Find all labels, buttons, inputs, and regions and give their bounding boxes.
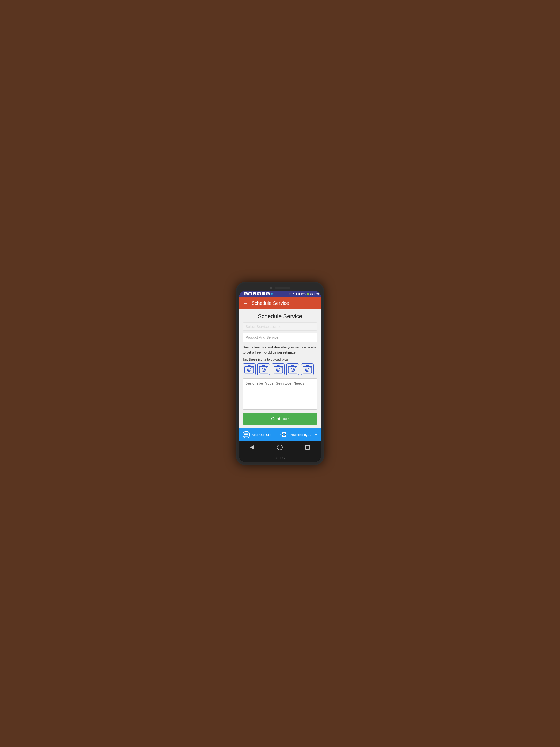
calendar-icon-31: 31	[244, 292, 247, 295]
visit-site-label: Visit Our Site	[252, 433, 272, 437]
status-right: ⚡ ▼ ▐▐▐ 89% 🔋 3:14 PM	[289, 292, 319, 295]
nav-bar	[239, 441, 321, 454]
home-circle-icon	[277, 444, 283, 450]
gmail-icon: M	[253, 292, 257, 295]
calendar-icon-31b: 31	[248, 292, 252, 295]
svg-point-14	[292, 369, 293, 371]
page-title: Schedule Service	[243, 309, 317, 323]
upload-label: Tap these icons to upload pics	[243, 357, 317, 361]
location-field-partial[interactable]: Select Service Location	[243, 323, 317, 331]
status-icons-left: ··· 31 31 M M in 31 🐦	[241, 292, 273, 295]
svg-point-1	[247, 368, 251, 372]
phone-top-sensors	[239, 285, 321, 291]
twitter-icon: 🐦	[270, 292, 273, 295]
svg-point-13	[291, 368, 295, 372]
service-description-textarea[interactable]	[243, 379, 317, 410]
svg-rect-11	[281, 367, 282, 368]
dot-right: •	[287, 433, 288, 436]
site-menu-icon	[243, 431, 250, 438]
nav-recent-button[interactable]	[305, 445, 310, 450]
camera-upload-4[interactable]	[286, 363, 299, 375]
svg-rect-15	[295, 367, 296, 368]
camera-upload-5[interactable]	[301, 363, 314, 375]
svg-point-6	[263, 369, 264, 371]
footer-bar: Visit Our Site • Ai	[239, 428, 321, 441]
nav-back-button[interactable]	[250, 445, 254, 450]
camera-upload-1[interactable]	[243, 363, 256, 375]
svg-point-5	[262, 368, 265, 372]
product-service-field[interactable]: Product And Service	[243, 333, 317, 342]
phone-screen: ··· 31 31 M M in 31 🐦 ⚡ ▼ ▐▐▐ 89% 🔋 3:14…	[239, 291, 321, 462]
calendar-icon-31c: 31	[266, 292, 270, 295]
signal-icon: ▐▐▐	[295, 292, 300, 295]
back-button[interactable]: ←	[243, 300, 248, 306]
battery-percent: 89%	[301, 292, 306, 295]
svg-rect-21	[244, 434, 248, 435]
wifi-icon: ▼	[292, 292, 295, 295]
clock: 3:14 PM	[310, 292, 319, 295]
svg-point-17	[305, 368, 309, 372]
svg-point-2	[248, 369, 250, 371]
ai-logo: Ai	[282, 432, 287, 437]
continue-button[interactable]: Continue	[243, 413, 317, 424]
svg-rect-7	[266, 367, 267, 368]
gmail-icon2: M	[257, 292, 261, 295]
powered-by: • Ai • Powered by Ai-FM	[280, 432, 317, 437]
phone-device: ··· 31 31 M M in 31 🐦 ⚡ ▼ ▐▐▐ 89% 🔋 3:14…	[236, 282, 324, 465]
lg-logo: ⊕ LG	[274, 456, 286, 460]
front-camera	[270, 287, 272, 289]
nav-home-button[interactable]	[277, 444, 283, 450]
battery-icon: 🔋	[306, 292, 309, 295]
description-text: Snap a few pics and describe your servic…	[243, 345, 317, 355]
camera-upload-2[interactable]	[257, 363, 270, 375]
dot-left: •	[280, 433, 281, 436]
svg-point-18	[306, 369, 308, 371]
product-placeholder: Product And Service	[245, 335, 278, 339]
aifm-icon: • Ai •	[280, 432, 288, 437]
svg-rect-3	[251, 367, 252, 368]
recent-square-icon	[305, 445, 310, 450]
bluetooth-icon: ⚡	[289, 292, 291, 295]
visit-site-link[interactable]: Visit Our Site	[243, 431, 272, 438]
notification-dots: ···	[241, 292, 243, 295]
status-bar: ··· 31 31 M M in 31 🐦 ⚡ ▼ ▐▐▐ 89% 🔋 3:14…	[239, 291, 321, 297]
powered-by-label: Powered by Ai-FM	[290, 433, 317, 437]
svg-point-10	[277, 369, 279, 371]
svg-rect-20	[244, 433, 248, 434]
app-bar: ← Schedule Service	[239, 297, 321, 309]
app-bar-title: Schedule Service	[251, 301, 289, 306]
location-placeholder: Select Service Location	[245, 325, 283, 329]
svg-text:Ai: Ai	[283, 434, 285, 436]
svg-rect-22	[244, 436, 248, 437]
speaker-grille	[275, 287, 290, 289]
lg-brand: ⊕ LG	[239, 454, 321, 462]
camera-icons-row	[243, 363, 317, 375]
back-triangle-icon	[250, 445, 254, 450]
content-area: Schedule Service Select Service Location…	[239, 309, 321, 428]
camera-upload-3[interactable]	[272, 363, 285, 375]
svg-rect-19	[310, 367, 311, 368]
linkedin-icon: in	[262, 292, 265, 295]
svg-point-9	[276, 368, 280, 372]
